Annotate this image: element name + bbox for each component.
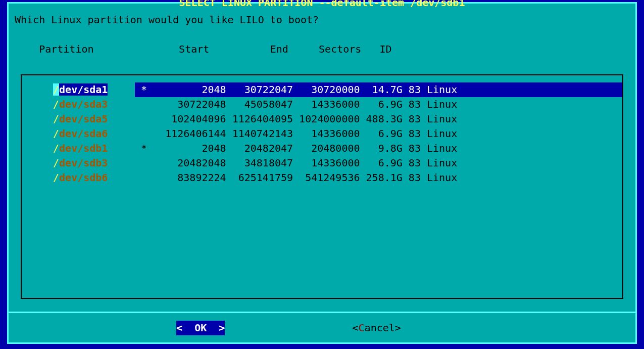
cancel-button[interactable]: <Cancel> <box>353 321 401 335</box>
partition-info: 30722048 45058047 14336000 6.9G 83 Linux <box>135 97 622 112</box>
partition-row[interactable]: /dev/sdb1 * 2048 20482047 20480000 9.8G … <box>22 141 622 156</box>
partition-info: * 2048 30722047 30720000 14.7G 83 Linux <box>135 82 622 97</box>
dialog-title: SELECT LINUX PARTITION --default-item /d… <box>9 0 635 10</box>
partition-row[interactable]: /dev/sda3 30722048 45058047 14336000 6.9… <box>22 97 622 112</box>
partition-device: /dev/sda5 <box>22 112 135 126</box>
partition-info: * 2048 20482047 20480000 9.8G 83 Linux <box>135 141 622 156</box>
partition-row[interactable]: /dev/sdb3 20482048 34818047 14336000 6.9… <box>22 156 622 170</box>
button-bar: < OK > <Cancel> <box>9 321 635 335</box>
partition-info: 83892224 625141759 541249536 258.1G 83 L… <box>135 170 622 185</box>
partition-device: /dev/sda3 <box>22 97 135 112</box>
column-headers: Partition Start End Sectors ID <box>15 42 392 57</box>
dialog-prompt: Which Linux partition would you like LIL… <box>15 13 319 27</box>
partition-device: /dev/sdb1 <box>22 141 135 156</box>
partition-info: 20482048 34818047 14336000 6.9G 83 Linux <box>135 156 622 170</box>
partition-row[interactable]: /dev/sda5 102404096 1126404095 102400000… <box>22 112 622 126</box>
partition-info: 1126406144 1140742143 14336000 6.9G 83 L… <box>135 126 622 141</box>
divider <box>7 312 637 313</box>
ok-button[interactable]: < OK > <box>176 321 225 335</box>
partition-row[interactable]: /dev/sdb6 83892224 625141759 541249536 2… <box>22 170 622 185</box>
partition-listbox[interactable]: /dev/sda1 * 2048 30722047 30720000 14.7G… <box>21 74 623 299</box>
partition-device: /dev/sda6 <box>22 126 135 141</box>
dialog-box: SELECT LINUX PARTITION --default-item /d… <box>7 2 637 344</box>
partition-device: /dev/sdb3 <box>22 156 135 170</box>
partition-device: /dev/sdb6 <box>22 170 135 185</box>
partition-row[interactable]: /dev/sda1 * 2048 30722047 30720000 14.7G… <box>22 82 622 97</box>
partition-row[interactable]: /dev/sda6 1126406144 1140742143 14336000… <box>22 126 622 141</box>
partition-device: /dev/sda1 <box>22 82 135 97</box>
partition-info: 102404096 1126404095 1024000000 488.3G 8… <box>135 112 622 126</box>
